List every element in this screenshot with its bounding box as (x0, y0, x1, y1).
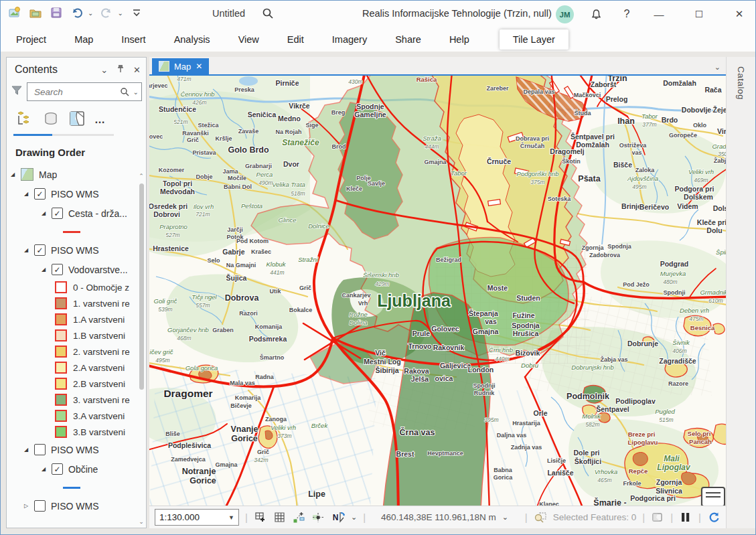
legend-row[interactable]: 3.B varstveni (7, 424, 146, 440)
legend-row[interactable]: 0 - Območje z (7, 279, 146, 295)
undo-dropdown-chevron[interactable]: ⌄ (88, 9, 93, 17)
help-button[interactable]: ? (615, 6, 638, 22)
svg-text:Trnovo: Trnovo (408, 342, 431, 350)
redo-dropdown-chevron[interactable]: ⌄ (117, 9, 123, 17)
map-view-tab[interactable]: Map ✕ (152, 58, 209, 74)
map-extent-icon[interactable] (651, 511, 664, 524)
save-project-icon[interactable] (49, 5, 64, 20)
layer-checkbox[interactable]: ✓ (52, 463, 63, 475)
svg-text:Zareber: Zareber (486, 85, 509, 92)
pause-drawing-icon[interactable] (679, 511, 692, 524)
tab-drawing-order[interactable] (16, 110, 33, 129)
layer-row[interactable]: ◢PISO WMS (7, 440, 146, 459)
scroll-up-chevron[interactable]: ⌃ (137, 173, 145, 179)
scroll-down-chevron[interactable]: ⌄ (137, 518, 145, 525)
expander-open-icon[interactable]: ◢ (11, 171, 21, 177)
scrollbar-thumb[interactable] (139, 183, 144, 390)
ribbon-tab-imagery[interactable]: Imagery (318, 27, 381, 52)
map-viewport[interactable]: 471m430mPirničearjevecČerinov hrib426mPr… (149, 74, 726, 506)
layer-row[interactable]: ◢✓PISO WMS (7, 240, 146, 260)
layer-checkbox[interactable]: ✓ (34, 244, 46, 256)
refresh-icon[interactable] (707, 511, 721, 524)
tools-chevron[interactable]: ⌄ (351, 513, 357, 522)
add-view-icon[interactable] (254, 511, 267, 524)
layer-row[interactable]: ◢✓Občine (7, 459, 146, 479)
coordinates-readout[interactable]: 460.148,38E 110.961,18N m (381, 512, 496, 522)
layer-checkbox[interactable] (34, 444, 46, 455)
legend-row[interactable]: 2. varstveni re (7, 343, 146, 360)
ribbon-tab-insert[interactable]: Insert (107, 27, 159, 52)
expander-closed-icon[interactable]: ▷ (24, 503, 34, 509)
notification-popup-icon[interactable] (701, 487, 725, 506)
legend-row[interactable]: 3.A varstveni (7, 408, 146, 424)
scale-select[interactable]: 1:130.000 ▼ (155, 509, 239, 526)
legend-row[interactable]: 2.A varstveni (7, 360, 146, 376)
tab-selection[interactable] (68, 110, 86, 129)
symbol-row[interactable] (7, 223, 146, 240)
coordinates-chevron[interactable]: ⌄ (502, 513, 508, 522)
ribbon-tab-edit[interactable]: Edit (273, 27, 318, 52)
panel-close-icon[interactable]: ✕ (133, 65, 141, 75)
contents-search-box[interactable]: ⌄ (27, 82, 142, 101)
north-arrow-icon[interactable]: N (331, 511, 345, 524)
tab-more-options[interactable]: … (94, 114, 106, 126)
legend-row[interactable]: 1.B varstveni (7, 327, 146, 343)
legend-row[interactable]: 1. varstveni re (7, 295, 146, 311)
maximize-button[interactable]: ☐ (688, 6, 710, 22)
tab-list-chevron[interactable]: ⌄ (714, 63, 721, 72)
tab-close-icon[interactable]: ✕ (196, 62, 202, 71)
contents-search-input[interactable] (33, 86, 120, 98)
contents-scrollbar[interactable]: ⌃ ⌄ (137, 173, 145, 525)
layer-checkbox[interactable]: ✓ (52, 264, 63, 275)
legend-row[interactable]: 3. varstveni re (7, 392, 146, 408)
panel-menu-chevron-icon[interactable]: ⌄ (100, 65, 108, 75)
tab-data-sources[interactable] (42, 110, 60, 129)
expander-open-icon[interactable]: ◢ (42, 210, 52, 216)
expander-open-icon[interactable]: ◢ (24, 247, 34, 253)
layer-checkbox[interactable]: ✓ (34, 188, 46, 200)
svg-text:Črna vas: Črna vas (400, 427, 435, 437)
scale-dropdown-chevron[interactable]: ▼ (228, 514, 234, 521)
layer-row[interactable]: ◢Map (7, 165, 146, 184)
ribbon-tab-analysis[interactable]: Analysis (160, 27, 224, 52)
layer-row[interactable]: ▷PISO WMS (7, 496, 146, 516)
undo-button[interactable] (70, 5, 84, 20)
layer-checkbox[interactable] (34, 500, 46, 512)
ribbon-tab-help[interactable]: Help (435, 27, 483, 52)
expander-open-icon[interactable]: ◢ (24, 447, 34, 453)
legend-row[interactable]: 1.A varstveni (7, 311, 146, 327)
expander-open-icon[interactable]: ◢ (42, 266, 52, 273)
notifications-bell-icon[interactable] (585, 6, 607, 22)
ribbon-tab-tile-layer[interactable]: Tile Layer (500, 29, 569, 50)
catalog-panel-tab[interactable]: Catalog (726, 57, 755, 528)
search-options-chevron[interactable]: ⌄ (133, 88, 139, 96)
legend-row[interactable]: 2.B varstveni (7, 376, 146, 392)
search-icon[interactable] (262, 7, 274, 22)
user-avatar[interactable]: JM (556, 5, 574, 23)
close-button[interactable]: ✕ (728, 6, 751, 22)
svg-text:429m: 429m (375, 281, 389, 287)
layer-row[interactable]: ◢✓Vodovarstve... (7, 260, 146, 279)
new-project-icon[interactable] (7, 5, 22, 20)
ribbon-tab-map[interactable]: Map (60, 27, 107, 52)
minimize-button[interactable]: — (648, 6, 670, 22)
expander-open-icon[interactable]: ◢ (24, 191, 34, 197)
layer-row[interactable]: ◢✓Cesta - drža... (7, 204, 146, 223)
ribbon-tab-view[interactable]: View (224, 27, 273, 52)
ribbon-tab-project[interactable]: Project (2, 27, 60, 52)
filter-icon[interactable] (11, 84, 23, 99)
customize-toolbar-chevron[interactable] (129, 5, 144, 20)
grid-icon[interactable] (273, 511, 287, 524)
expander-open-icon[interactable]: ◢ (42, 466, 52, 472)
select-features-icon[interactable] (534, 511, 547, 524)
snapping-icon[interactable] (312, 511, 325, 524)
layer-row[interactable]: ◢✓PISO WMS (7, 184, 146, 204)
redo-button[interactable] (99, 5, 114, 20)
open-project-icon[interactable] (28, 5, 43, 20)
symbol-row[interactable] (7, 479, 146, 496)
pin-icon[interactable] (117, 64, 125, 75)
edit-vertices-icon[interactable] (293, 511, 306, 524)
layer-checkbox[interactable]: ✓ (52, 208, 63, 219)
ribbon-tab-share[interactable]: Share (381, 27, 435, 52)
svg-text:Gmajna: Gmajna (473, 327, 499, 335)
